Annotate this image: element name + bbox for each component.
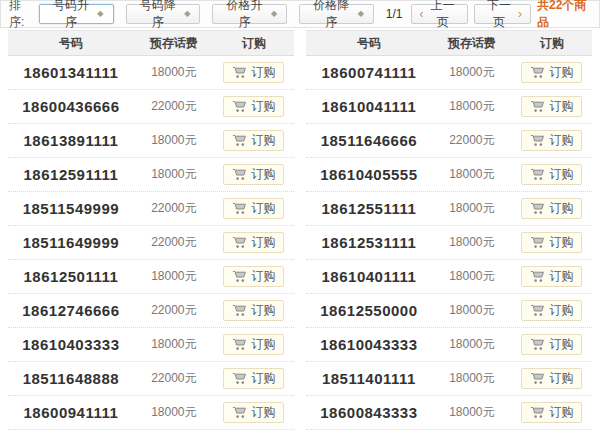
order-button[interactable]: 订购 <box>521 266 582 287</box>
order-button-label: 订购 <box>251 302 275 319</box>
order-cell: 订购 <box>512 300 592 321</box>
order-cell: 订购 <box>512 266 592 287</box>
order-cell: 订购 <box>214 334 294 355</box>
order-cell: 订购 <box>214 130 294 151</box>
order-button[interactable]: 订购 <box>223 334 284 355</box>
order-button[interactable]: 订购 <box>223 368 284 389</box>
phone-number: 18610403333 <box>8 336 134 353</box>
order-cell: 订购 <box>512 130 592 151</box>
header-price: 预存话费 <box>432 35 512 52</box>
order-button[interactable]: 订购 <box>521 130 582 151</box>
order-button-label: 订购 <box>549 268 573 285</box>
order-button[interactable]: 订购 <box>223 402 284 423</box>
order-button[interactable]: 订购 <box>223 266 284 287</box>
cart-icon <box>530 168 545 181</box>
order-cell: 订购 <box>214 62 294 83</box>
next-page-button[interactable]: 下一页 › <box>474 4 531 24</box>
order-button[interactable]: 订购 <box>521 402 582 423</box>
price-value: 18000元 <box>432 404 512 421</box>
phone-number: 18612746666 <box>8 302 134 319</box>
order-button[interactable]: 订购 <box>223 164 284 185</box>
table-row: 1851164888822000元订购 <box>8 362 294 396</box>
header-number: 号码 <box>306 35 432 52</box>
table-row: 1861040333318000元订购 <box>8 328 294 362</box>
order-cell: 订购 <box>512 368 592 389</box>
sort-number-desc-button[interactable]: 号码降序 ◆ <box>126 4 201 24</box>
cart-icon <box>232 270 247 283</box>
table-row: 1861253111118000元订购 <box>306 226 592 260</box>
table-header: 号码 预存话费 订购 <box>8 30 294 56</box>
order-button[interactable]: 订购 <box>223 96 284 117</box>
header-order: 订购 <box>214 35 294 52</box>
table-row: 1861274666622000元订购 <box>8 294 294 328</box>
order-cell: 订购 <box>214 96 294 117</box>
phone-number: 18511401111 <box>306 370 432 387</box>
table-header: 号码 预存话费 订购 <box>306 30 592 56</box>
order-button[interactable]: 订购 <box>223 198 284 219</box>
phone-number: 18600436666 <box>8 98 134 115</box>
phone-number: 18600741111 <box>306 64 432 81</box>
order-button-label: 订购 <box>251 98 275 115</box>
order-button[interactable]: 订购 <box>521 334 582 355</box>
order-cell: 订购 <box>214 198 294 219</box>
sort-diamond-icon: ◆ <box>358 10 364 18</box>
price-value: 22000元 <box>134 98 214 115</box>
order-button[interactable]: 订购 <box>521 232 582 253</box>
phone-number: 18511648888 <box>8 370 134 387</box>
phone-table-right: 号码 预存话费 订购 1860074111118000元订购1861004111… <box>306 30 592 430</box>
sort-button-label: 价格降序 <box>309 0 354 31</box>
order-button-label: 订购 <box>251 64 275 81</box>
cart-icon <box>232 100 247 113</box>
order-button-label: 订购 <box>549 336 573 353</box>
order-button-label: 订购 <box>251 166 275 183</box>
order-button-label: 订购 <box>251 268 275 285</box>
price-value: 18000元 <box>134 166 214 183</box>
table-row: 1860084333318000元订购 <box>306 396 592 430</box>
cart-icon <box>530 406 545 419</box>
prev-page-button[interactable]: ‹ 上一页 <box>411 4 468 24</box>
price-value: 18000元 <box>432 336 512 353</box>
sort-price-desc-button[interactable]: 价格降序 ◆ <box>299 4 374 24</box>
order-button-label: 订购 <box>549 404 573 421</box>
order-button[interactable]: 订购 <box>223 130 284 151</box>
price-value: 22000元 <box>134 234 214 251</box>
table-row: 1860043666622000元订购 <box>8 90 294 124</box>
order-button[interactable]: 订购 <box>521 198 582 219</box>
table-row: 1851140111118000元订购 <box>306 362 592 396</box>
order-button-label: 订购 <box>251 336 275 353</box>
table-row: 1851164999922000元订购 <box>8 226 294 260</box>
order-button[interactable]: 订购 <box>223 232 284 253</box>
table-row: 1861040111118000元订购 <box>306 260 592 294</box>
price-value: 18000元 <box>134 404 214 421</box>
order-button[interactable]: 订购 <box>521 62 582 83</box>
order-button[interactable]: 订购 <box>521 300 582 321</box>
order-button-label: 订购 <box>549 64 573 81</box>
pagination: 1/1 ‹ 上一页 下一页 › 共22个商品 <box>386 0 593 31</box>
header-order: 订购 <box>512 35 592 52</box>
order-cell: 订购 <box>214 266 294 287</box>
table-row: 1861389111118000元订购 <box>8 124 294 158</box>
order-button[interactable]: 订购 <box>223 300 284 321</box>
order-button[interactable]: 订购 <box>223 62 284 83</box>
order-button[interactable]: 订购 <box>521 368 582 389</box>
order-cell: 订购 <box>214 164 294 185</box>
prev-page-label: 上一页 <box>427 0 459 31</box>
order-cell: 订购 <box>214 300 294 321</box>
table-row: 1860134111118000元订购 <box>8 56 294 90</box>
order-cell: 订购 <box>512 198 592 219</box>
phone-number: 18612501111 <box>8 268 134 285</box>
order-button[interactable]: 订购 <box>521 164 582 185</box>
sort-number-asc-button[interactable]: 号码升序 ◆ <box>39 4 114 24</box>
sort-button-label: 号码升序 <box>49 0 94 31</box>
cart-icon <box>530 202 545 215</box>
sort-price-asc-button[interactable]: 价格升序 ◆ <box>212 4 287 24</box>
price-value: 18000元 <box>432 234 512 251</box>
order-cell: 订购 <box>512 402 592 423</box>
phone-number: 18610043333 <box>306 336 432 353</box>
order-button-label: 订购 <box>251 404 275 421</box>
order-button[interactable]: 订购 <box>521 96 582 117</box>
price-value: 22000元 <box>432 132 512 149</box>
cart-icon <box>232 66 247 79</box>
order-button-label: 订购 <box>549 166 573 183</box>
phone-number: 18610401111 <box>306 268 432 285</box>
